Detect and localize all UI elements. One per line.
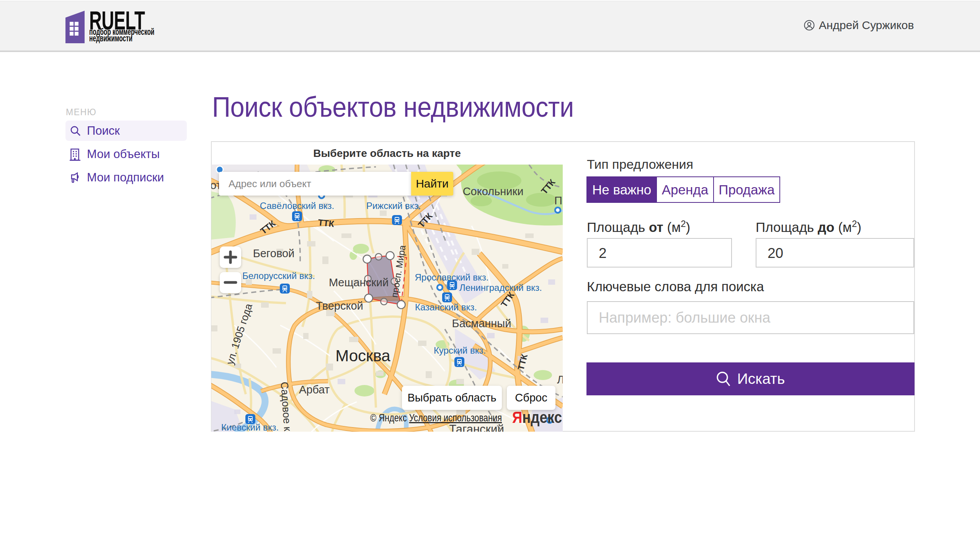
svg-text:Белорусский вкз.: Белорусский вкз.	[242, 271, 315, 281]
svg-text:Пр: Пр	[554, 194, 563, 207]
svg-text:Сокольники: Сокольники	[463, 185, 524, 197]
svg-text:Ленинградский вкз.: Ленинградский вкз.	[459, 282, 542, 293]
svg-text:Рижский вкз.: Рижский вкз.	[366, 201, 421, 211]
svg-text:Савёловский вкз.: Савёловский вкз.	[260, 201, 334, 211]
svg-text:Казанский вкз.: Казанский вкз.	[415, 302, 477, 312]
svg-text:© Яндекс Условия использования: © Яндекс Условия использования	[370, 412, 502, 424]
svg-text:Курский вкз.: Курский вкз.	[434, 345, 486, 356]
svg-text:Таганский: Таганский	[449, 422, 504, 432]
svg-text:Мещанский: Мещанский	[329, 276, 389, 289]
svg-text:Тверской: Тверской	[316, 300, 363, 312]
svg-text:Л: Л	[557, 374, 563, 386]
svg-text:Басманный: Басманный	[452, 317, 511, 330]
svg-text:ТТК: ТТК	[318, 217, 335, 229]
svg-text:Киевский вкз.: Киевский вкз.	[221, 422, 279, 432]
svg-text:Беговой: Беговой	[253, 247, 295, 259]
svg-text:Арбат: Арбат	[299, 383, 330, 396]
svg-text:Яндекс: Яндекс	[512, 408, 562, 426]
svg-text:Москва: Москва	[335, 347, 390, 365]
svg-text:Ярославский вкз.: Ярославский вкз.	[415, 272, 488, 282]
